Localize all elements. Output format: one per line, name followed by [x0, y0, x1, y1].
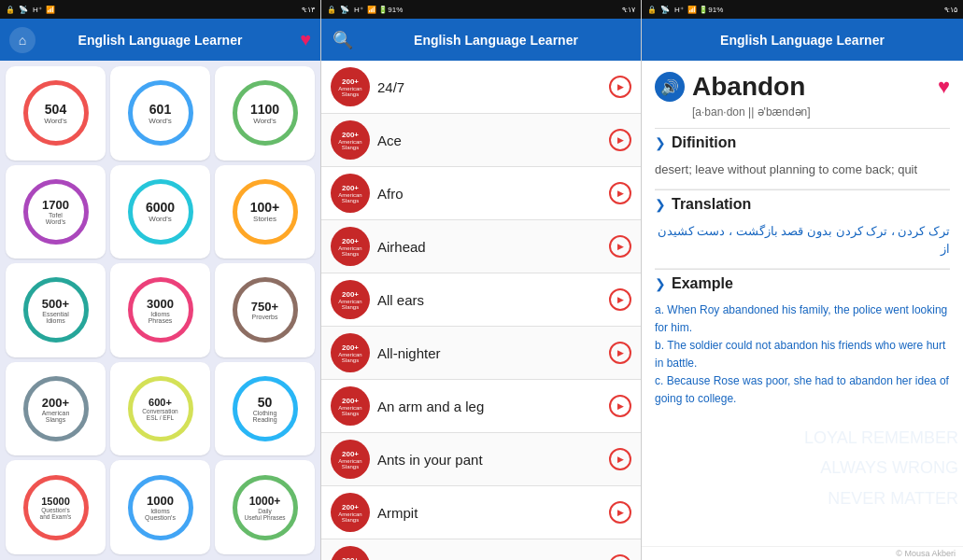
watermark-panel3: LOYAL REMEMBER ALWAYS WRONG NEVER MATTER	[776, 418, 963, 518]
status-bar-1: 🔒 📡 H⁺ 📶 ۹:۱۳	[0, 0, 320, 19]
grid-num-0: 504	[45, 102, 66, 117]
grid-item-1[interactable]: 601 Word's	[110, 66, 210, 161]
grid-num-13: 1000	[147, 494, 174, 508]
grid-label-5: Stories	[253, 215, 276, 223]
grid-num-2: 1100	[250, 102, 279, 117]
list-item-5[interactable]: 200+ American Slangs All-nighter ▶	[321, 327, 641, 380]
panel1-header: ⌂ English Language Learner ♥	[0, 19, 320, 61]
play-btn-1[interactable]: ▶	[609, 129, 631, 151]
grid-num-3: 1700	[42, 198, 69, 212]
status-right-2: ۹:۱۷	[622, 6, 635, 14]
list-item-0[interactable]: 200+ American Slangs 24/7 ▶	[321, 61, 641, 114]
list-label-6: An arm and a leg	[377, 399, 602, 414]
grid-item-0[interactable]: 504 Word's	[6, 66, 106, 161]
grid-item-4[interactable]: 6000 Word's	[110, 165, 210, 259]
grid-item-2[interactable]: 1100 Word's	[215, 66, 315, 161]
translation-body: ترک کردن ، ترک کردن بدون قصد بازگشت ، دس…	[655, 218, 950, 269]
grid-item-14[interactable]: 1000+ DailyUseful Phrases	[215, 460, 315, 554]
grid-item-10[interactable]: 600+ ConversationESL / EFL	[110, 362, 210, 456]
status-right-3: ۹:۱۵	[944, 6, 957, 14]
grid-label-13: IdiomsQuestion's	[145, 508, 176, 521]
panel3-footer: © Mousa Akberi	[642, 546, 963, 560]
grid-label-4: Word's	[149, 215, 172, 223]
favorite-icon-1[interactable]: ♥	[300, 29, 311, 50]
status-right-1: ۹:۱۳	[302, 6, 315, 14]
play-btn-3[interactable]: ▶	[609, 235, 631, 258]
definition-section-row[interactable]: ❯ Difinition	[655, 128, 950, 157]
panel2-list: beyond better always remember different …	[321, 61, 641, 560]
chevron-definition-icon: ❯	[655, 135, 666, 150]
grid-num-6: 500+	[42, 297, 69, 311]
list-label-4: All ears	[377, 292, 602, 308]
list-label-3: Airhead	[377, 239, 602, 255]
grid-label-9: AmericanSlangs	[42, 410, 70, 423]
grid-num-14: 1000+	[249, 495, 281, 508]
badge-4: 200+ American Slangs	[331, 280, 370, 319]
grid-label-2: Word's	[253, 117, 276, 125]
grid-label-1: Word's	[149, 117, 172, 125]
status-left-2: 🔒 📡 H⁺ 📶 🔋91%	[327, 6, 403, 14]
badge-1: 200+ American Slangs	[331, 120, 370, 160]
grid-label-6: EssentialIdioms	[42, 311, 68, 324]
badge-7: 200+ American Slangs	[331, 440, 370, 479]
panel2-title: English Language Learner	[362, 33, 630, 48]
list-item-7[interactable]: 200+ American Slangs Ants in your pant ▶	[321, 433, 641, 486]
play-btn-2[interactable]: ▶	[609, 182, 631, 204]
list-label-0: 24/7	[377, 79, 602, 95]
panel3-title: English Language Learner	[720, 33, 885, 48]
grid-item-9[interactable]: 200+ AmericanSlangs	[6, 362, 106, 456]
badge-5: 200+ American Slangs	[331, 333, 370, 372]
panel3-header: English Language Learner	[642, 19, 963, 61]
grid-label-14: DailyUseful Phrases	[244, 508, 285, 521]
grid-item-3[interactable]: 1700 TofelWord's	[6, 165, 106, 259]
play-btn-5[interactable]: ▶	[609, 342, 631, 364]
badge-3: 200+ American Slangs	[331, 227, 370, 266]
play-btn-0[interactable]: ▶	[609, 76, 631, 98]
grid-item-6[interactable]: 500+ EssentialIdioms	[6, 263, 106, 357]
play-btn-6[interactable]: ▶	[609, 395, 631, 417]
grid-item-11[interactable]: 50 ClothingReading	[215, 362, 315, 456]
list-item-3[interactable]: 200+ American Slangs Airhead ▶	[321, 220, 641, 273]
list-label-1: Ace	[377, 133, 602, 148]
grid-label-0: Word's	[44, 117, 67, 125]
list-item-8[interactable]: 200+ American Slangs Armpit ▶	[321, 486, 641, 539]
list-item-9[interactable]: 200+ American Slangs At the end of your …	[321, 539, 641, 560]
search-icon[interactable]: 🔍	[333, 30, 353, 50]
list-item-4[interactable]: 200+ American Slangs All ears ▶	[321, 273, 641, 327]
grid-item-8[interactable]: 750+ Proverbs	[215, 263, 315, 357]
grid-label-3: TofelWord's	[46, 212, 65, 225]
list-label-2: Afro	[377, 186, 602, 202]
list-item-1[interactable]: 200+ American Slangs Ace ▶	[321, 114, 641, 167]
chevron-example-icon: ❯	[655, 276, 666, 291]
badge-6: 200+ American Slangs	[331, 386, 370, 426]
translation-title: Translation	[672, 196, 751, 213]
list-item-6[interactable]: 200+ American Slangs An arm and a leg ▶	[321, 380, 641, 433]
play-btn-4[interactable]: ▶	[609, 288, 631, 311]
definition-body: desert; leave without planning to come b…	[655, 157, 950, 189]
home-icon[interactable]: ⌂	[9, 27, 35, 53]
grid-num-9: 200+	[42, 396, 69, 410]
screen1: 🔒 📡 H⁺ 📶 ۹:۱۳ ⌂ English Language Learner…	[0, 0, 320, 560]
example-title: Example	[672, 275, 733, 292]
speaker-icon[interactable]: 🔊	[655, 72, 685, 102]
play-btn-7[interactable]: ▶	[609, 448, 631, 470]
favorite-icon-3[interactable]: ♥	[938, 75, 950, 99]
list-label-7: Ants in your pant	[377, 452, 602, 468]
grid-item-7[interactable]: 3000 IdiomsPhrases	[110, 263, 210, 357]
translation-section-row[interactable]: ❯ Translation	[655, 189, 950, 218]
grid-item-13[interactable]: 1000 IdiomsQuestion's	[110, 460, 210, 554]
phonetic-text: [a·ban·don || ə'bændən]	[692, 105, 950, 119]
example-body: a. When Roy abandoned his family, the po…	[655, 298, 950, 416]
chevron-translation-icon: ❯	[655, 197, 666, 212]
footer-credit: © Mousa Akberi	[896, 549, 956, 558]
example-section-row[interactable]: ❯ Example	[655, 269, 950, 298]
badge-2: 200+ American Slangs	[331, 174, 370, 213]
grid-item-12[interactable]: 15000 Question'sand Exam's	[6, 460, 106, 554]
word-title: Abandon	[692, 72, 930, 102]
play-btn-8[interactable]: ▶	[609, 501, 631, 524]
badge-8: 200+ American Slangs	[331, 493, 370, 532]
list-item-2[interactable]: 200+ American Slangs Afro ▶	[321, 167, 641, 220]
play-btn-9[interactable]: ▶	[609, 554, 631, 560]
grid-item-5[interactable]: 100+ Stories	[215, 165, 315, 259]
grid-num-12: 15000	[41, 496, 70, 507]
